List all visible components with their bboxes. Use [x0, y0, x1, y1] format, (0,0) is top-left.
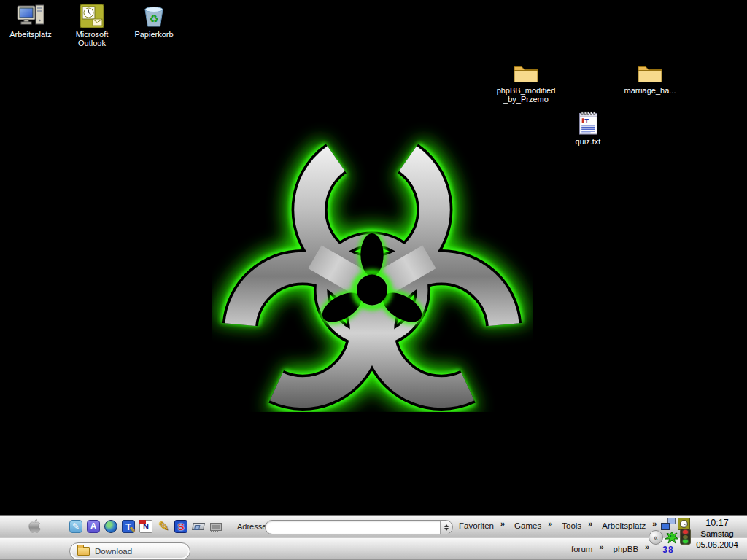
- desktop-icon-label: MicrosoftOutlook: [63, 30, 121, 47]
- network-monitors-icon[interactable]: [661, 518, 676, 530]
- desktop-icon-label: Papierkorb: [125, 30, 183, 39]
- toolbar-menus-top: Favoriten » Games » Tools » Arbeitsplatz…: [459, 521, 666, 530]
- globe-icon[interactable]: [104, 519, 118, 534]
- compose-note-icon[interactable]: ✎: [69, 519, 83, 534]
- recycle-bin-icon: ♻: [125, 2, 183, 28]
- n-document-icon[interactable]: N: [139, 519, 153, 534]
- chevron-icon: »: [500, 519, 505, 528]
- chevron-icon: »: [588, 519, 592, 528]
- address-input[interactable]: [266, 521, 440, 534]
- outlook-clock-icon: [63, 2, 121, 28]
- s-app-icon[interactable]: S: [174, 519, 188, 534]
- biohazard-wallpaper-symbol: [212, 118, 533, 412]
- menu-games[interactable]: Games »: [514, 521, 552, 530]
- spinner-up-icon: [444, 524, 449, 527]
- desktop-icon-phpbb-folder[interactable]: phpBB_modified_by_Przemo: [489, 58, 562, 104]
- svg-text:♻: ♻: [149, 12, 158, 25]
- desktop-icon-label: Arbeitsplatz: [1, 30, 60, 39]
- desktop-icon-label: marriage_ha...: [614, 86, 686, 95]
- scanner-icon[interactable]: [191, 519, 206, 534]
- folder-icon: [614, 58, 686, 85]
- desktop-icon-label: quiz.txt: [559, 137, 617, 146]
- desktop-icon-marriage-folder[interactable]: marriage_ha...: [614, 58, 686, 95]
- text-editor-icon[interactable]: T✎: [121, 519, 136, 534]
- tray-indicator-38[interactable]: 38: [659, 545, 678, 555]
- chevron-icon: »: [652, 519, 657, 528]
- address-combo: [265, 520, 453, 534]
- tray-clock[interactable]: 10:17 Samstag 05.06.2004: [692, 518, 743, 551]
- apple-logo-icon: [26, 518, 42, 537]
- apple-start-button[interactable]: [23, 518, 45, 536]
- desktop-icon-label: phpBB_modified_by_Przemo: [489, 86, 562, 104]
- chevron-icon: »: [548, 519, 552, 528]
- folder-icon: [489, 58, 562, 85]
- toolbar-menus-bottom: forum » phpBB »: [571, 545, 659, 553]
- text-file-icon: T: [559, 109, 617, 136]
- folder-icon: [77, 547, 90, 556]
- traffic-light-icon[interactable]: [680, 529, 691, 545]
- desktop-icon-arbeitsplatz[interactable]: Arbeitsplatz: [1, 2, 60, 39]
- collapse-tray-button[interactable]: «: [649, 530, 663, 545]
- chevron-icon: »: [599, 542, 603, 551]
- taskbar: ✎ A T✎ N ✎ S Adresse Favoriten » Games »: [0, 515, 747, 560]
- clock-time: 10:17: [692, 518, 743, 529]
- memory-chip-icon[interactable]: [209, 519, 223, 534]
- menu-phpbb[interactable]: phpBB »: [614, 545, 650, 553]
- svg-text:T: T: [584, 117, 589, 125]
- spinner-down-icon: [444, 528, 449, 531]
- gold-pen-icon[interactable]: ✎: [156, 519, 171, 534]
- menu-favoriten[interactable]: Favoriten »: [459, 521, 505, 530]
- clock-day: Samstag: [692, 529, 743, 540]
- my-computer-icon: [1, 2, 60, 28]
- clock-date: 05.06.2004: [692, 540, 743, 551]
- desktop: Arbeitsplatz MicrosoftOutlook ♻: [0, 0, 747, 560]
- address-spinner-button[interactable]: [440, 521, 452, 534]
- taskbar-window-button-download[interactable]: Download: [69, 542, 190, 560]
- desktop-icon-papierkorb[interactable]: ♻ Papierkorb: [125, 2, 183, 39]
- address-label: Adresse: [237, 522, 266, 531]
- menu-forum[interactable]: forum »: [571, 545, 604, 553]
- menu-arbeitsplatz[interactable]: Arbeitsplatz »: [602, 521, 657, 530]
- desktop-icon-microsoft-outlook[interactable]: MicrosoftOutlook: [63, 2, 121, 47]
- menu-tools[interactable]: Tools »: [562, 521, 592, 530]
- desktop-icon-quiz-txt[interactable]: T quiz.txt: [559, 109, 617, 146]
- letter-a-app-icon[interactable]: A: [86, 519, 101, 534]
